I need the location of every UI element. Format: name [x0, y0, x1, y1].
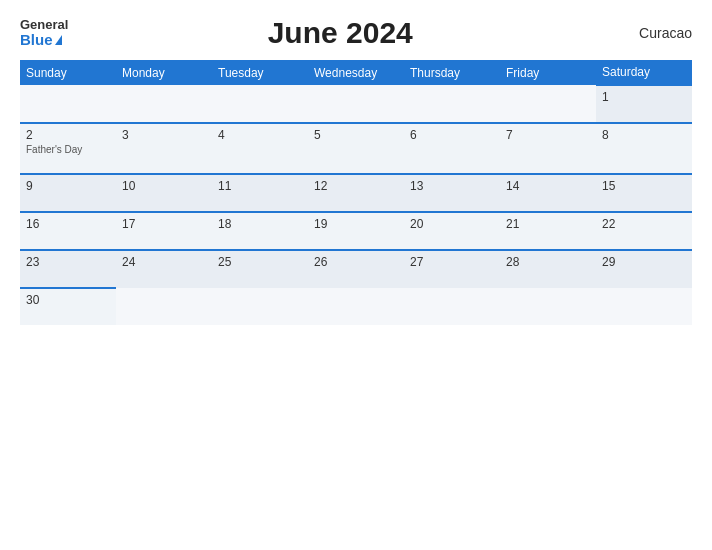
calendar-cell: 25	[212, 250, 308, 288]
calendar-cell	[20, 85, 116, 123]
calendar-cell: 20	[404, 212, 500, 250]
calendar-cell: 28	[500, 250, 596, 288]
calendar-cell: 23	[20, 250, 116, 288]
day-number: 21	[506, 217, 590, 231]
calendar-cell: 1	[596, 85, 692, 123]
day-number: 4	[218, 128, 302, 142]
calendar-cell: 14	[500, 174, 596, 212]
col-monday: Monday	[116, 60, 212, 85]
calendar-week-row: 30	[20, 288, 692, 325]
calendar-cell: 7	[500, 123, 596, 174]
calendar-cell	[116, 288, 212, 325]
calendar-week-row: 1	[20, 85, 692, 123]
calendar-body: 12Father's Day34567891011121314151617181…	[20, 85, 692, 325]
day-number: 28	[506, 255, 590, 269]
calendar-cell: 18	[212, 212, 308, 250]
calendar-cell	[308, 288, 404, 325]
region-label: Curacao	[612, 25, 692, 41]
calendar-cell: 17	[116, 212, 212, 250]
calendar-cell: 29	[596, 250, 692, 288]
day-number: 22	[602, 217, 686, 231]
day-number: 19	[314, 217, 398, 231]
calendar-cell	[596, 288, 692, 325]
day-number: 6	[410, 128, 494, 142]
calendar-cell	[212, 288, 308, 325]
day-number: 23	[26, 255, 110, 269]
calendar-cell: 12	[308, 174, 404, 212]
calendar-cell: 26	[308, 250, 404, 288]
calendar-cell: 6	[404, 123, 500, 174]
calendar-cell: 30	[20, 288, 116, 325]
col-thursday: Thursday	[404, 60, 500, 85]
col-tuesday: Tuesday	[212, 60, 308, 85]
day-number: 17	[122, 217, 206, 231]
day-number: 2	[26, 128, 110, 142]
calendar-week-row: 23242526272829	[20, 250, 692, 288]
calendar-cell: 4	[212, 123, 308, 174]
logo-triangle-icon	[55, 35, 62, 45]
day-number: 8	[602, 128, 686, 142]
col-wednesday: Wednesday	[308, 60, 404, 85]
calendar-cell: 24	[116, 250, 212, 288]
day-number: 9	[26, 179, 110, 193]
logo-blue-text: Blue	[20, 32, 53, 49]
calendar-cell	[404, 288, 500, 325]
calendar-cell	[308, 85, 404, 123]
day-number: 29	[602, 255, 686, 269]
day-number: 16	[26, 217, 110, 231]
calendar-cell: 16	[20, 212, 116, 250]
calendar-cell: 21	[500, 212, 596, 250]
calendar-title: June 2024	[68, 16, 612, 50]
calendar-cell	[500, 85, 596, 123]
calendar-week-row: 9101112131415	[20, 174, 692, 212]
page: General Blue June 2024 Curacao Sunday Mo…	[0, 0, 712, 550]
day-number: 7	[506, 128, 590, 142]
calendar-cell: 10	[116, 174, 212, 212]
col-saturday: Saturday	[596, 60, 692, 85]
calendar-week-row: 16171819202122	[20, 212, 692, 250]
day-number: 15	[602, 179, 686, 193]
day-number: 11	[218, 179, 302, 193]
calendar-week-row: 2Father's Day345678	[20, 123, 692, 174]
day-number: 14	[506, 179, 590, 193]
logo-general-text: General	[20, 18, 68, 32]
calendar-cell: 15	[596, 174, 692, 212]
day-number: 27	[410, 255, 494, 269]
day-number: 5	[314, 128, 398, 142]
calendar-cell: 3	[116, 123, 212, 174]
calendar-cell: 8	[596, 123, 692, 174]
calendar-cell: 2Father's Day	[20, 123, 116, 174]
calendar-cell: 19	[308, 212, 404, 250]
col-sunday: Sunday	[20, 60, 116, 85]
col-friday: Friday	[500, 60, 596, 85]
calendar-cell: 13	[404, 174, 500, 212]
header: General Blue June 2024 Curacao	[20, 16, 692, 50]
calendar-table: Sunday Monday Tuesday Wednesday Thursday…	[20, 60, 692, 325]
day-number: 10	[122, 179, 206, 193]
day-number: 12	[314, 179, 398, 193]
day-number: 3	[122, 128, 206, 142]
calendar-cell	[116, 85, 212, 123]
calendar-cell: 9	[20, 174, 116, 212]
day-number: 30	[26, 293, 110, 307]
calendar-cell: 27	[404, 250, 500, 288]
calendar-cell: 22	[596, 212, 692, 250]
calendar-header: Sunday Monday Tuesday Wednesday Thursday…	[20, 60, 692, 85]
day-number: 25	[218, 255, 302, 269]
calendar-cell: 11	[212, 174, 308, 212]
day-number: 1	[602, 90, 686, 104]
day-number: 24	[122, 255, 206, 269]
weekday-header-row: Sunday Monday Tuesday Wednesday Thursday…	[20, 60, 692, 85]
calendar-cell: 5	[308, 123, 404, 174]
day-number: 20	[410, 217, 494, 231]
calendar-cell	[404, 85, 500, 123]
calendar-cell	[212, 85, 308, 123]
day-number: 26	[314, 255, 398, 269]
day-number: 18	[218, 217, 302, 231]
day-number: 13	[410, 179, 494, 193]
logo: General Blue	[20, 18, 68, 49]
calendar-cell	[500, 288, 596, 325]
day-event: Father's Day	[26, 144, 110, 155]
